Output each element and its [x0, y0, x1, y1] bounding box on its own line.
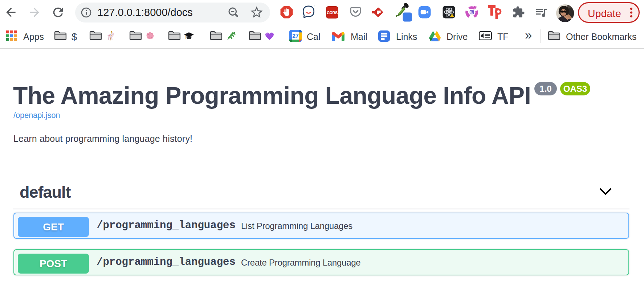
svg-text:27: 27 — [292, 33, 299, 39]
svg-text:CORS: CORS — [327, 11, 338, 15]
